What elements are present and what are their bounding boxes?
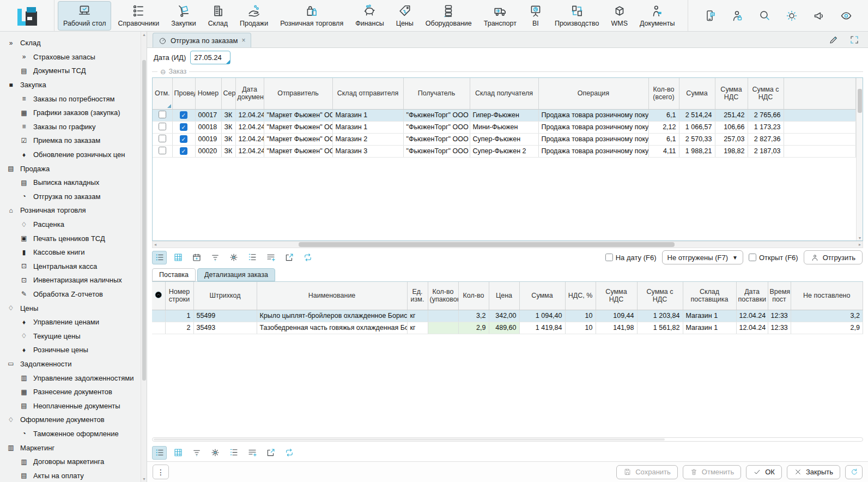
scroll-left-icon[interactable]: ◂ [154, 242, 156, 248]
orders-cell[interactable]: 106,66 [715, 121, 748, 133]
detail-tab-2[interactable]: Детализация заказа [197, 268, 275, 281]
detail-column-header[interactable]: Цена [489, 282, 519, 310]
announce-icon[interactable] [812, 9, 825, 22]
sidebar-item-25[interactable]: ▥Управление задолженностями [0, 371, 147, 385]
detail-hscroll-thumb[interactable] [154, 438, 665, 441]
view-icon[interactable] [840, 9, 853, 22]
sidebar-item-3[interactable]: ▤Документы ТСД [0, 64, 147, 78]
nav-item-retail[interactable]: Розничная торговля [275, 1, 349, 31]
orders-cell[interactable]: ЗК [221, 121, 235, 133]
orders-column-header[interactable]: Номер [195, 78, 221, 109]
orders-cell[interactable]: "ФьюженТорг" ООО [403, 109, 470, 121]
collapse-icon[interactable]: ⊖ [160, 68, 166, 76]
posted-cell[interactable]: ✓ [172, 133, 195, 145]
expand-icon[interactable] [849, 35, 859, 45]
orders-column-header[interactable]: Кол-во (всего) [648, 78, 679, 109]
close-button[interactable]: Закрыть [787, 465, 840, 479]
nav-item-directories[interactable]: Справочники [112, 1, 165, 31]
detail-cell[interactable]: 10 [565, 322, 596, 334]
detail-column-header[interactable]: Сумма [519, 282, 565, 310]
nav-item-sales[interactable]: Продажи [234, 1, 274, 31]
detail-sort-cell[interactable] [152, 310, 165, 322]
orders-column-header[interactable]: Серия [221, 78, 235, 109]
orders-cell[interactable]: ЗК [221, 133, 235, 145]
orders-cell[interactable]: 2 187,03 [748, 145, 784, 157]
sidebar-item-31[interactable]: ▥Договоры маркетинга [0, 455, 147, 469]
nav-item-production[interactable]: Производство [549, 1, 605, 31]
brightness-icon[interactable] [785, 9, 798, 22]
scroll-up-icon[interactable]: ▲ [142, 33, 146, 37]
orders-cell[interactable] [784, 121, 856, 133]
orders-vertical-scrollbar[interactable]: ▼ [856, 78, 863, 240]
sidebar-item-19[interactable]: ✎Обработка Z-отчетов [0, 287, 147, 302]
date-picker-corner-icon[interactable] [226, 60, 230, 64]
orders-cell[interactable]: 00018 [195, 121, 221, 133]
sidebar-item-32[interactable]: ▤Акты на оплату [0, 468, 147, 482]
detail-cell[interactable]: 1 203,84 [637, 310, 683, 322]
orders-cell[interactable] [784, 145, 856, 157]
tab-close-icon[interactable]: × [241, 37, 245, 44]
detail-tab-1[interactable]: Поставка [152, 268, 196, 281]
orders-row[interactable]: ✓00017ЗК12.04.24"Маркет Фьюжен" ОООМагаз… [153, 109, 856, 121]
open-checkbox[interactable]: ✓ [749, 254, 756, 261]
detail-cell[interactable]: 3,2 [791, 310, 863, 322]
reload-loop-button[interactable] [300, 251, 315, 264]
orders-column-header[interactable]: Отм. [153, 78, 172, 109]
nav-item-finance[interactable]: Финансы [350, 1, 389, 31]
sidebar-item-10[interactable]: ▤Продажа [0, 161, 147, 176]
orders-cell[interactable]: 1 066,57 [679, 121, 715, 133]
detail-cell[interactable]: 1 419,84 [519, 322, 565, 334]
numbered-list-button[interactable] [245, 251, 259, 264]
settings-gear-button[interactable] [208, 446, 222, 460]
orders-cell[interactable]: Магазин 1 [332, 109, 403, 121]
open-window-button[interactable] [263, 446, 278, 460]
orders-cell[interactable]: ЗК [221, 109, 235, 121]
posted-checkbox[interactable]: ✓ [180, 135, 187, 143]
detail-cell[interactable]: 1 [165, 310, 193, 322]
orders-cell[interactable]: Мини-Фьюжен [470, 121, 538, 133]
mark-checkbox[interactable] [159, 111, 166, 118]
edit-icon[interactable] [829, 35, 839, 45]
orders-cell[interactable]: 257,03 [715, 133, 748, 145]
posted-cell[interactable]: ✓ [172, 121, 195, 133]
sidebar-item-21[interactable]: ♦Управление ценами [0, 315, 147, 329]
detail-cell[interactable] [428, 322, 458, 334]
sidebar-item-24[interactable]: ▭Задолженности [0, 357, 147, 371]
orders-cell[interactable]: 251,42 [715, 109, 748, 121]
detail-cell[interactable]: 2 [165, 322, 193, 334]
nav-item-desktop[interactable]: Рабочий стол [58, 1, 111, 31]
detail-cell[interactable]: 109,44 [596, 310, 637, 322]
nav-item-purchases[interactable]: Закупки [166, 1, 202, 31]
sidebar-item-16[interactable]: ▮Кассовые книги [0, 245, 147, 260]
tab-shipment-by-orders[interactable]: Отгрузка по заказам × [153, 33, 251, 47]
orders-column-header[interactable]: Склад отправителя [332, 78, 403, 109]
orders-cell[interactable]: "Маркет Фьюжен" ООО [264, 145, 332, 157]
sidebar-item-14[interactable]: ♢Расценка [0, 218, 147, 232]
detail-cell[interactable]: Магазин 1 [683, 322, 736, 334]
orders-column-header[interactable]: Получатель [403, 78, 470, 109]
orders-cell[interactable]: "Маркет Фьюжен" ООО [264, 109, 332, 121]
detail-column-header[interactable]: Время пост [768, 282, 791, 310]
detail-column-header[interactable]: Кол-во [458, 282, 489, 310]
detail-cell[interactable]: 1 094,40 [519, 310, 565, 322]
orders-cell[interactable]: Продажа товара розничному покуп [538, 133, 648, 145]
detail-cell[interactable]: 12:33 [768, 322, 791, 334]
detail-cell[interactable]: кг [407, 310, 428, 322]
detail-cell[interactable]: 12.04.24 [736, 322, 768, 334]
detail-cell[interactable]: 35493 [193, 322, 257, 334]
user-lock-icon[interactable] [731, 9, 744, 22]
sidebar-item-28[interactable]: ♢Оформление документов [0, 413, 147, 427]
orders-cell[interactable]: Продажа товара розничному покуп [538, 121, 648, 133]
more-actions-button[interactable]: ⋮ [153, 465, 169, 479]
detail-column-header[interactable]: Наименование [257, 282, 407, 310]
orders-cell[interactable]: Супер-Фьюжен 2 [470, 145, 538, 157]
detail-column-header[interactable]: Сумма НДС [596, 282, 637, 310]
detail-cell[interactable]: Тазобедренная часть говяжья охлажденная … [257, 322, 407, 334]
orders-hscroll-thumb[interactable] [299, 242, 675, 247]
numbered-list-button[interactable] [226, 446, 241, 460]
mark-cell[interactable] [153, 109, 172, 121]
reload-loop-button[interactable] [282, 446, 296, 460]
sidebar-item-22[interactable]: ♢Текущие цены [0, 329, 147, 343]
sidebar-item-1[interactable]: »Склад [0, 36, 147, 50]
grid-view-button[interactable] [171, 446, 185, 460]
